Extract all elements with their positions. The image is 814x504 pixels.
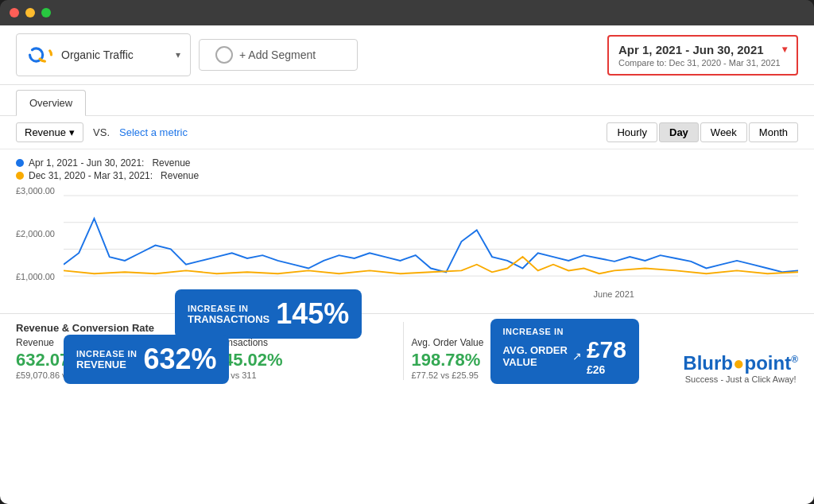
x-axis: May 2021 June 2021 xyxy=(64,289,798,299)
badge-avg-value: £78 xyxy=(587,336,626,363)
branding-block: Blurb●point® Success - Just a Click Away… xyxy=(683,352,798,384)
legend-dot-orange xyxy=(16,172,24,180)
badge-revenue-line1: INCREASE IN xyxy=(76,349,137,359)
time-btn-day[interactable]: Day xyxy=(659,122,699,142)
legend-item-1: Apr 1, 2021 - Jun 30, 2021: Revenue xyxy=(16,157,798,169)
badge-transactions-line2: TRANSACTIONS xyxy=(188,313,269,325)
badge-revenue-line2: REVENUE xyxy=(76,359,137,370)
maximize-button[interactable] xyxy=(41,8,51,17)
legend-dot-blue xyxy=(16,159,24,167)
app-window: Organic Traffic ▾ + Add Segment Apr 1, 2… xyxy=(0,0,814,504)
chart-svg xyxy=(64,186,798,289)
date-range-main-text: Apr 1, 2021 - Jun 30, 2021 xyxy=(618,43,764,56)
chart-container: £3,000.00 £2,000.00 £1,000.00 xyxy=(16,186,798,313)
legend-item-2: Dec 31, 2020 - Mar 31, 2021: Revenue xyxy=(16,170,798,181)
revenue-badge: INCREASE IN REVENUE 632% xyxy=(64,335,229,384)
organic-traffic-icon xyxy=(26,41,55,69)
y-axis: £3,000.00 £2,000.00 £1,000.00 xyxy=(16,186,55,281)
add-segment-label: + Add Segment xyxy=(239,48,316,61)
time-btn-week[interactable]: Week xyxy=(700,122,747,142)
brand-registered: ® xyxy=(791,354,798,365)
stats-badges-section: INCREASE IN TRANSACTIONS 145% Revenue & … xyxy=(0,313,814,388)
brand-tagline: Success - Just a Click Away! xyxy=(683,374,798,384)
compare-label: Compare to: xyxy=(618,58,667,68)
y-label-3000: £3,000.00 xyxy=(16,186,55,196)
select-metric-link[interactable]: Select a metric xyxy=(119,126,188,138)
legend-date-1: Apr 1, 2021 - Jun 30, 2021: xyxy=(29,157,144,169)
main-content: Organic Traffic ▾ + Add Segment Apr 1, 2… xyxy=(0,25,814,504)
segment1-arrow: ▾ xyxy=(176,49,180,60)
segment-1-box[interactable]: Organic Traffic ▾ xyxy=(16,33,191,76)
top-bar: Organic Traffic ▾ + Add Segment Apr 1, 2… xyxy=(0,25,814,85)
chart-area: Apr 1, 2021 - Jun 30, 2021: Revenue Dec … xyxy=(0,149,814,313)
badge-avg-line2: AVG. ORDER xyxy=(503,344,568,356)
badge-avg-line3: VALUE xyxy=(503,356,568,368)
metric-dropdown-arrow: ▾ xyxy=(69,126,75,138)
add-segment-box[interactable]: + Add Segment xyxy=(199,39,358,71)
time-btn-month[interactable]: Month xyxy=(749,122,798,142)
minimize-button[interactable] xyxy=(25,8,35,17)
controls-row: Revenue ▾ VS. Select a metric Hourly Day… xyxy=(0,116,814,149)
legend-date-2: Dec 31, 2020 - Mar 31, 2021: xyxy=(29,170,153,181)
badge-avg-line1: INCREASE IN xyxy=(503,327,626,336)
stats-revenue-header: Revenue & Conversion Rate xyxy=(16,322,197,334)
stats-transactions-compare: 762 vs 311 xyxy=(214,370,395,380)
brand-dot: ● xyxy=(733,352,745,374)
stats-transactions-value: 145.02% xyxy=(214,350,395,370)
y-label-2000: £2,000.00 xyxy=(16,229,55,238)
avg-order-badge: INCREASE IN AVG. ORDER VALUE ↗ £78 £26 xyxy=(490,319,639,384)
badge-transactions-value: 145% xyxy=(276,297,349,331)
y-label-1000: £1,000.00 xyxy=(16,272,55,281)
x-label-june: June 2021 xyxy=(594,289,634,299)
transactions-badge: INCREASE IN TRANSACTIONS 145% xyxy=(175,289,362,339)
badge-transactions-line1: INCREASE IN xyxy=(188,304,269,313)
segment1-label: Organic Traffic xyxy=(61,48,169,61)
tabs-bar: Overview xyxy=(0,85,814,116)
vs-label: VS. xyxy=(93,126,110,138)
add-circle-icon xyxy=(215,46,233,64)
legend-metric-2: Revenue xyxy=(161,170,199,181)
date-range-box[interactable]: Apr 1, 2021 - Jun 30, 2021 ▾ Compare to:… xyxy=(607,35,798,76)
chart-legend: Apr 1, 2021 - Jun 30, 2021: Revenue Dec … xyxy=(16,157,798,181)
compare-date: Dec 31, 2020 - Mar 31, 2021 xyxy=(669,58,781,68)
tab-overview[interactable]: Overview xyxy=(16,90,86,116)
stats-transactions-label: Transactions xyxy=(214,337,395,348)
legend-metric-1: Revenue xyxy=(152,157,190,169)
date-range-arrow: ▾ xyxy=(782,44,787,55)
metric-select: Revenue ▾ VS. Select a metric xyxy=(16,122,188,142)
badge-avg-sub-value: £26 xyxy=(587,363,626,376)
titlebar xyxy=(0,0,814,25)
close-button[interactable] xyxy=(10,8,19,17)
time-btn-hourly[interactable]: Hourly xyxy=(607,122,657,142)
brand-name: Blurb●point® xyxy=(683,352,798,374)
metric-dropdown[interactable]: Revenue ▾ xyxy=(16,122,83,142)
badge-revenue-value: 632% xyxy=(143,343,216,376)
time-buttons-group: Hourly Day Week Month xyxy=(607,122,798,142)
